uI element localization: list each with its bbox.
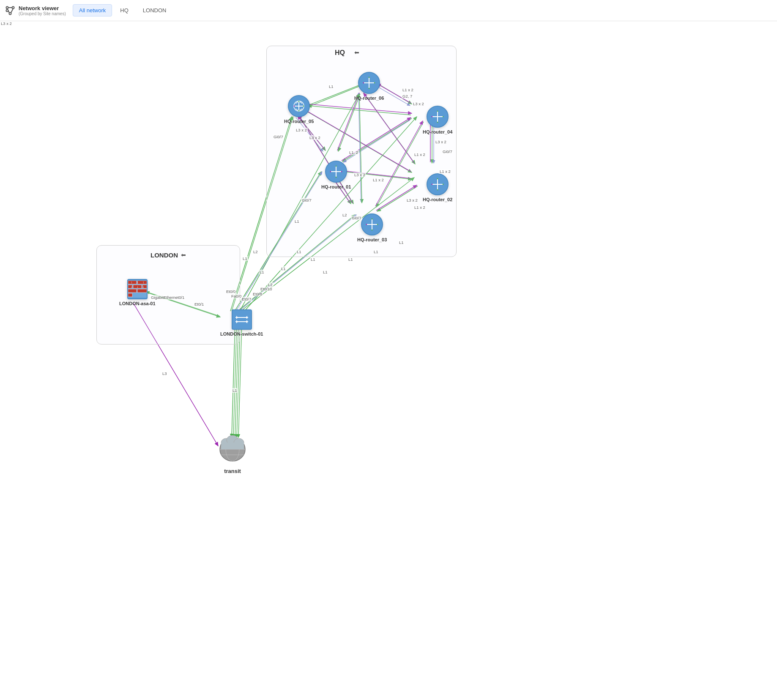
- brand: Network viewer (Grouped by Site names): [5, 5, 66, 16]
- network-canvas: HQ ⬅ LONDON ⬅ HQ-router_05: [0, 21, 777, 700]
- svg-rect-109: [128, 293, 132, 297]
- node-london-asa-01[interactable]: ↑ ↑ ↑ ↓ ↓ ↓ LONDON-asa-01: [119, 279, 156, 306]
- london-switch-01-label: LONDON-switch-01: [220, 331, 263, 336]
- svg-text:↓: ↓: [131, 285, 132, 289]
- transit-cloud-icon: [211, 433, 254, 467]
- edge-label-l1-transit: L1: [232, 388, 238, 393]
- svg-rect-131: [221, 443, 244, 449]
- svg-point-0: [6, 6, 8, 8]
- edge-label-l3x2-04: L3 x 2: [0, 21, 13, 26]
- edge-label-l1g-sw: L1: [347, 257, 354, 262]
- london-asa-01-icon: ↑ ↑ ↑ ↓ ↓ ↓: [127, 279, 148, 299]
- node-hq-router-02[interactable]: HQ-router_02: [423, 173, 452, 202]
- edge-label-l1b-sw: L1: [259, 270, 265, 274]
- edge-label-et07: Et0/7: [241, 297, 252, 301]
- hq-router-02-label: HQ-router_02: [423, 197, 452, 202]
- brand-subtitle: (Grouped by Site names): [19, 11, 66, 16]
- hq-router-04-label: HQ-router_04: [423, 129, 452, 134]
- svg-point-1: [12, 6, 14, 8]
- node-hq-router-05[interactable]: HQ-router_05: [284, 95, 314, 124]
- node-hq-router-06[interactable]: HQ-router_06: [354, 72, 384, 101]
- brand-title: Network viewer: [19, 5, 66, 11]
- london-group-label: LONDON: [150, 252, 178, 259]
- edge-label-l1c-sw: L1: [280, 266, 287, 271]
- tab-london[interactable]: LONDON: [137, 4, 173, 16]
- node-london-switch-01[interactable]: LONDON-switch-01: [220, 309, 263, 336]
- svg-point-2: [9, 12, 11, 14]
- hq-router-01-label: HQ-router_01: [321, 184, 351, 189]
- hq-group-action[interactable]: ⬅: [354, 49, 359, 56]
- edge-label-l3-transit: L3: [161, 371, 168, 376]
- hq-router-06-label: HQ-router_06: [354, 96, 384, 101]
- svg-rect-107: [128, 289, 137, 293]
- svg-rect-102: [128, 281, 137, 284]
- svg-text:↓: ↓: [137, 285, 138, 289]
- london-asa-01-label: LONDON-asa-01: [119, 301, 156, 306]
- london-switch-01-icon: [232, 309, 252, 330]
- svg-point-3: [6, 9, 8, 11]
- svg-rect-116: [234, 312, 250, 327]
- svg-text:↑: ↑: [142, 281, 144, 284]
- svg-line-6: [8, 11, 9, 13]
- svg-text:↓: ↓: [142, 285, 144, 289]
- svg-rect-103: [137, 281, 147, 284]
- svg-text:↑: ↑: [131, 281, 132, 284]
- network-icon: [5, 5, 15, 16]
- hq-router-03-icon: [361, 213, 383, 235]
- edge-label-l2-sw: L2: [252, 249, 259, 254]
- hq-router-04-icon: [427, 106, 449, 128]
- svg-text:↑: ↑: [137, 281, 138, 284]
- edge-label-l1e-sw: L1: [310, 257, 316, 262]
- hq-router-02-icon: [427, 173, 449, 195]
- edge-label-l2b-sw: L2: [267, 282, 274, 287]
- london-group-action[interactable]: ⬅: [181, 252, 186, 258]
- transit-label: transit: [224, 468, 241, 474]
- hq-router-03-label: HQ-router_03: [357, 237, 387, 242]
- edge-label-et08: Et0/8: [252, 292, 263, 296]
- edge-label-l1-sw: L1: [242, 256, 248, 261]
- hq-router-01-icon: [325, 161, 347, 183]
- hq-group-label: HQ: [335, 49, 345, 57]
- svg-rect-108: [137, 289, 147, 293]
- node-hq-router-04[interactable]: HQ-router_04: [423, 106, 452, 134]
- node-hq-router-01[interactable]: HQ-router_01: [321, 161, 351, 189]
- hq-router-05-label: HQ-router_05: [284, 119, 314, 124]
- london-group: [96, 245, 240, 345]
- brand-text: Network viewer (Grouped by Site names): [19, 5, 66, 16]
- tab-all-network[interactable]: All network: [73, 4, 112, 16]
- tab-hq[interactable]: HQ: [114, 4, 135, 16]
- node-transit[interactable]: transit: [211, 433, 254, 474]
- svg-line-7: [11, 8, 13, 13]
- edge-label-l1f-sw: L1: [322, 270, 328, 274]
- nav-tabs: All network HQ LONDON: [73, 4, 173, 16]
- hq-router-06-icon: [358, 72, 380, 94]
- edge-label-et010: Et0/10: [260, 287, 273, 291]
- header: Network viewer (Grouped by Site names) A…: [0, 0, 777, 21]
- node-hq-router-03[interactable]: HQ-router_03: [357, 213, 387, 242]
- hq-router-05-icon: [288, 95, 310, 117]
